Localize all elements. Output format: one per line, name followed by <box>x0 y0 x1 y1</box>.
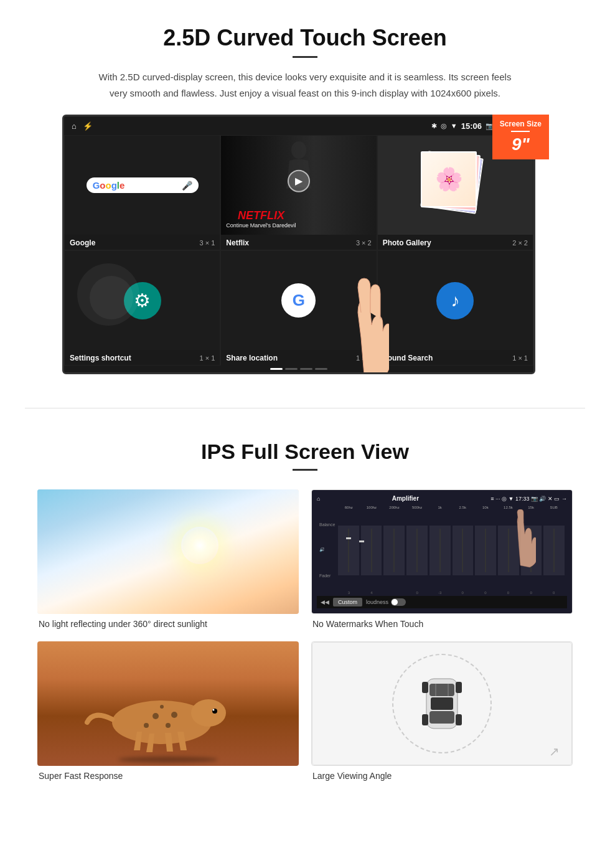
section2-underline <box>293 469 317 471</box>
device-screen: ⌂ ⚡ ✱ ◎ ▼ 15:06 📷 🔊 ✕ ▭ <box>62 115 535 374</box>
sunlight-caption: No light reflecting under 360° direct su… <box>37 619 299 629</box>
amp-icons: ≡ ··· ◎ ▼ 17:33 📷 🔊 ✕ ▭ → <box>490 496 567 502</box>
amp-header: ⌂ Amplifier ≡ ··· ◎ ▼ 17:33 📷 🔊 ✕ ▭ → <box>317 495 567 502</box>
wifi-icon: ▼ <box>451 122 458 130</box>
netflix-logo-area: NETFLIX Continue Marvel's Daredevil <box>226 210 296 229</box>
svg-point-9 <box>213 709 215 711</box>
eq-side-labels: Balance 🔊 Fader <box>319 512 337 588</box>
eq-numbers: 3 4 0 -3 0 0 0 0 0 <box>338 591 565 595</box>
num-0c: 0 <box>475 591 497 595</box>
eq-track-1 <box>348 529 349 572</box>
status-time: 15:06 <box>461 121 482 131</box>
google-app-cell[interactable]: Google 🎤 Google 3 × 1 <box>64 135 220 250</box>
cheetah-image <box>37 641 299 766</box>
eq-bar-2[interactable] <box>361 526 382 575</box>
eq-thumb-1 <box>346 537 351 539</box>
svg-rect-17 <box>456 714 462 725</box>
svg-rect-13 <box>431 697 453 710</box>
card-car: ↗ Large Viewing Angle <box>311 641 573 781</box>
section2-title: IPS Full Screen View <box>37 440 573 464</box>
nav-prev[interactable]: ◀◀ <box>321 599 329 605</box>
netflix-app-cell[interactable]: ▶ NETFLIX Continue Marvel's Daredevil Ne… <box>220 135 377 250</box>
loudness-label: loudness <box>366 599 388 605</box>
photo-item-1: 🌸 <box>421 151 477 207</box>
eq-bar-10[interactable] <box>543 526 565 575</box>
num-neg3: -3 <box>429 591 451 595</box>
share-location-app-cell[interactable]: G Share location <box>220 250 377 366</box>
settings-bg <box>65 251 220 350</box>
eq-bar-5[interactable] <box>429 526 451 575</box>
gallery-label-bar: Photo Gallery 2 × 2 <box>378 235 533 250</box>
section-ips: IPS Full Screen View No light reflecting… <box>0 421 610 806</box>
car-circle <box>392 654 492 753</box>
share-content: G <box>221 251 376 350</box>
sound-icon: ♪ <box>436 282 474 319</box>
svg-rect-15 <box>456 682 462 693</box>
settings-app-cell[interactable]: ⚙ Settings shortcut 1 × 1 <box>64 250 220 366</box>
svg-point-3 <box>152 713 159 719</box>
amp-screen: ⌂ Amplifier ≡ ··· ◎ ▼ 17:33 📷 🔊 ✕ ▭ → 60… <box>312 490 572 613</box>
num-0f: 0 <box>543 591 565 595</box>
svg-point-5 <box>171 712 177 718</box>
eq-sliders-area: Balance 🔊 Fader <box>317 509 567 591</box>
netflix-content: ▶ NETFLIX Continue Marvel's Daredevil <box>221 136 376 235</box>
num-blank <box>383 591 405 595</box>
settings-app-name: Settings shortcut <box>70 354 131 362</box>
num-0d: 0 <box>497 591 519 595</box>
toggle-knob <box>392 599 398 605</box>
amplifier-image: ⌂ Amplifier ≡ ··· ◎ ▼ 17:33 📷 🔊 ✕ ▭ → 60… <box>311 489 573 614</box>
car-caption: Large Viewing Angle <box>311 771 573 781</box>
svg-rect-12 <box>429 711 454 724</box>
google-app-name: Google <box>70 238 95 247</box>
badge-size: 9" <box>500 134 542 154</box>
share-app-size: 1 × 1 <box>356 354 372 362</box>
google-label-bar: Google 3 × 1 <box>65 235 220 250</box>
eq-track-6 <box>462 529 463 572</box>
sound-icon-label: 🔊 <box>319 547 337 552</box>
sky-bg <box>37 489 299 614</box>
gallery-app-size: 2 × 2 <box>512 239 528 247</box>
loudness-toggle[interactable] <box>391 598 406 606</box>
eq-bar-1[interactable] <box>338 526 359 575</box>
amplifier-caption: No Watermarks When Touch <box>311 619 573 629</box>
device-mockup: Screen Size 9" ⌂ ⚡ ✱ ◎ ▼ 15:06 📷 🔊 ✕ <box>62 115 548 374</box>
card-sunlight: No light reflecting under 360° direct su… <box>37 489 299 629</box>
photo-stack: 🌸 <box>418 151 492 220</box>
svg-rect-16 <box>422 714 428 725</box>
netflix-play-button[interactable]: ▶ <box>288 169 310 192</box>
loudness-control: loudness <box>366 598 563 606</box>
eq-bar-4[interactable] <box>406 526 428 575</box>
screen-size-badge: Screen Size 9" <box>492 115 549 159</box>
num-3: 3 <box>338 591 360 595</box>
netflix-logo: NETFLIX <box>226 210 296 221</box>
custom-preset-btn[interactable]: Custom <box>333 598 362 606</box>
sound-search-app-cell[interactable]: ♪ Sound Search 1 × 1 <box>377 250 533 366</box>
eq-bar-7[interactable] <box>475 526 496 575</box>
car-image: ↗ <box>311 641 573 766</box>
section-curved-touch: 2.5D Curved Touch Screen With 2.5D curve… <box>0 0 610 395</box>
eq-track-4 <box>416 529 418 572</box>
badge-line <box>511 131 530 132</box>
amp-time: 17:33 <box>515 496 530 502</box>
title-underline <box>293 56 317 58</box>
svg-point-6 <box>144 723 149 728</box>
eq-num-spacer <box>319 591 337 595</box>
badge-label: Screen Size <box>500 120 542 128</box>
bluetooth-icon: ✱ <box>431 122 437 130</box>
eq-bar-3[interactable] <box>383 526 405 575</box>
eq-track-2 <box>371 529 372 572</box>
svg-point-7 <box>160 705 164 709</box>
svg-point-2 <box>191 699 226 727</box>
flower-icon: 🌸 <box>435 166 463 192</box>
eq-bar-6[interactable] <box>453 526 474 575</box>
svg-point-0 <box>291 141 306 159</box>
slide-dot-1 <box>270 368 283 370</box>
eq-numbers-row: 3 4 0 -3 0 0 0 0 0 <box>317 591 567 596</box>
eq-thumb-2 <box>359 540 364 542</box>
num-0: 0 <box>406 591 428 595</box>
netflix-label-bar: Netflix 3 × 2 <box>221 235 376 250</box>
sound-label-bar: Sound Search 1 × 1 <box>378 350 533 366</box>
google-search-bar[interactable]: Google 🎤 <box>87 177 199 193</box>
cheetah-shadow <box>118 757 218 763</box>
cheetah-bg <box>37 641 299 766</box>
